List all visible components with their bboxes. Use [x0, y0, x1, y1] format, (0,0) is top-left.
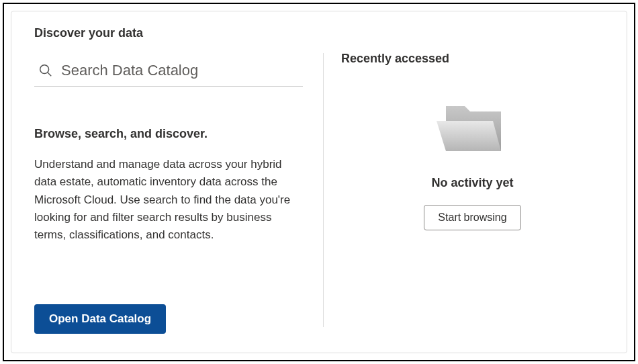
search-icon — [38, 63, 53, 78]
recently-accessed-title: Recently accessed — [341, 52, 604, 66]
search-input[interactable] — [61, 62, 303, 79]
description-text: Understand and manage data across your h… — [34, 156, 303, 244]
subtitle: Browse, search, and discover. — [34, 127, 303, 141]
svg-point-0 — [40, 65, 49, 74]
empty-state-message: No activity yet — [431, 176, 513, 190]
svg-line-1 — [48, 73, 52, 77]
search-field[interactable] — [34, 62, 303, 87]
discover-data-card: Discover your data Browse, search, and d… — [11, 11, 627, 353]
start-browsing-button[interactable]: Start browsing — [424, 205, 520, 230]
page-title: Discover your data — [34, 26, 303, 40]
left-pane: Discover your data Browse, search, and d… — [34, 26, 323, 334]
right-pane: Recently accessed — [324, 26, 604, 334]
folder-icon — [432, 94, 513, 161]
open-data-catalog-button[interactable]: Open Data Catalog — [34, 304, 166, 334]
empty-state: No activity yet Start browsing — [341, 66, 604, 334]
